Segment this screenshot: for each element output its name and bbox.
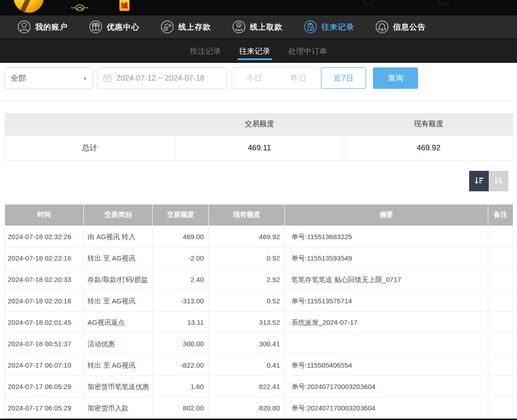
transaction-type-select[interactable]: 全部 ▼	[5, 67, 93, 89]
col-header-amount: 交易额度	[153, 205, 209, 226]
cell-summary	[285, 333, 488, 354]
search-button-label: 查询	[388, 73, 403, 83]
cell-note	[488, 312, 513, 333]
sort-descending-button[interactable]	[469, 171, 489, 191]
cell-summary: 单号:202407170003203604	[285, 397, 488, 419]
cell-note	[488, 354, 513, 376]
date-range-value: 2024-07-12 ~ 2024-07-18	[116, 74, 204, 83]
cell-time: 2024-07-18 00:51:37	[5, 333, 84, 354]
header-partial-icon[interactable]	[439, 0, 449, 5]
table-row: 2024-07-18 02:01:45 AG视讯返点 13.11 313.52 …	[5, 312, 513, 333]
nav-label: 线上存款	[178, 22, 211, 32]
sort-ascending-icon	[493, 175, 504, 186]
summary-header-transaction-amount: 交易额度	[175, 113, 344, 135]
header-partial-icon[interactable]	[363, 0, 373, 5]
quick-filter-yesterday[interactable]: 昨日	[276, 67, 321, 89]
cell-amount: 2.40	[153, 269, 209, 290]
tab-label: 投注记录	[190, 46, 221, 56]
table-row: 2024-07-18 02:22:16 转出 至 AG视讯 -2.00 0.92…	[5, 247, 513, 269]
date-range-input[interactable]: 2024-07-12 ~ 2024-07-18	[97, 67, 227, 89]
cell-amount: 802.00	[153, 397, 209, 419]
logo-flourish-ornament	[43, 2, 116, 13]
cell-summary: 单号:115513575714	[285, 290, 488, 312]
nav-label: 线上取款	[250, 22, 283, 32]
cell-amount: -2.00	[153, 247, 209, 269]
cell-time: 2024-07-18 02:32:26	[5, 226, 84, 247]
cell-time: 2024-07-18 02:22:16	[5, 247, 84, 269]
cell-balance: 822.41	[209, 376, 285, 397]
cell-summary: 系统派发_2024-07-17	[285, 312, 488, 333]
search-button[interactable]: 查询	[373, 67, 418, 89]
quick-filter-today[interactable]: 今日	[232, 67, 277, 89]
cell-balance: 469.92	[209, 226, 285, 247]
sub-tab-bar: 投注记录 往来记录 处理中订单	[0, 39, 517, 63]
cell-time: 2024-07-18 02:20:16	[5, 290, 84, 312]
cell-type: 活动优惠	[84, 333, 153, 354]
col-header-balance: 现有额度	[209, 205, 285, 226]
sort-descending-icon	[474, 175, 485, 186]
quick-filter-last7days[interactable]: 近7日	[321, 67, 366, 89]
main-nav: 我的账户 优惠中心 线上存款 $ 线上取款	[0, 15, 517, 39]
cell-balance: 820.80	[209, 397, 285, 419]
summary-header-current-balance: 现有额度	[344, 113, 513, 135]
nav-label: 我的账户	[35, 22, 68, 32]
cell-type: 加密货币入款	[84, 397, 153, 419]
col-header-time: 时间	[5, 205, 84, 226]
filter-bar: 全部 ▼ 2024-07-12 ~ 2024-07-18 今日 昨日 近7日 查…	[0, 63, 517, 101]
calendar-icon	[103, 74, 112, 82]
cell-amount: 300.00	[153, 333, 209, 354]
cell-note	[488, 247, 513, 269]
nav-item-online-withdrawal[interactable]: $ 线上取款	[232, 20, 283, 34]
bell-icon	[375, 20, 389, 34]
nav-label: 信息公告	[393, 22, 426, 32]
cell-type: 由 AG视讯 转入	[84, 226, 153, 247]
top-logo-bar: 城	[0, 0, 517, 15]
cell-time: 2024-07-17 06:07:10	[5, 354, 84, 376]
tab-processing-orders[interactable]: 处理中订单	[289, 39, 327, 63]
records-icon	[304, 20, 317, 34]
cell-summary: 单号:115513683225	[285, 226, 488, 247]
summary-table: 交易额度 现有额度 总计 469.11 469.92	[4, 113, 513, 161]
cell-time: 2024-07-18 02:20:33	[5, 269, 84, 290]
tab-transaction-records[interactable]: 往来记录	[239, 39, 270, 63]
cell-amount: 469.00	[153, 226, 209, 247]
cell-note	[488, 333, 513, 354]
cell-balance: 313.52	[209, 312, 285, 333]
table-header-row: 时间 交易类别 交易额度 现有额度 摘要 备注	[5, 205, 513, 226]
cell-note	[488, 397, 513, 419]
active-tab-underline	[238, 58, 272, 60]
cell-type: 转出 至 AG视讯	[84, 247, 153, 269]
nav-item-announcements[interactable]: 信息公告	[375, 20, 426, 34]
sort-controls	[0, 171, 517, 191]
cell-summary: 单号:115513593549	[285, 247, 488, 269]
cell-note	[488, 290, 513, 312]
transactions-table: 时间 交易类别 交易额度 现有额度 摘要 备注 2024-07-18 02:32…	[5, 205, 513, 419]
cell-time: 2024-07-17 06:05:29	[5, 397, 84, 419]
table-row: 2024-07-17 06:05:29 加密货币笔笔送优惠 1.60 822.4…	[5, 376, 513, 397]
nav-item-online-deposit[interactable]: 线上存款	[160, 20, 211, 34]
table-row: 2024-07-18 02:20:33 存款/取款/打码/损益 2.40 2.9…	[5, 269, 513, 290]
table-row: 2024-07-18 02:20:16 转出 至 AG视讯 -313.00 0.…	[5, 290, 513, 312]
cell-balance: 0.92	[209, 247, 285, 269]
select-value: 全部	[10, 73, 26, 83]
cell-type: 存款/取款/打码/损益	[84, 269, 153, 290]
summary-total-label: 总计	[5, 135, 175, 160]
nav-item-my-account[interactable]: 我的账户	[17, 20, 68, 34]
nav-item-transaction-records[interactable]: 往来记录	[304, 20, 354, 34]
deposit-icon	[160, 20, 174, 34]
nav-label: 往来记录	[321, 22, 354, 32]
cell-note	[488, 269, 513, 290]
cell-type: AG视讯返点	[84, 312, 153, 333]
cell-summary: 单号:115505406554	[285, 354, 488, 376]
tab-label: 往来记录	[239, 46, 270, 56]
sort-ascending-button[interactable]	[489, 171, 508, 191]
cell-amount: -822.00	[153, 354, 209, 376]
summary-balance-total: 469.92	[344, 135, 513, 160]
logo-gold-ball[interactable]	[14, 0, 44, 13]
cell-balance: 2.92	[209, 269, 285, 290]
nav-item-promotions[interactable]: 优惠中心	[89, 20, 140, 34]
cell-balance: 300.41	[209, 333, 285, 354]
tab-betting-records[interactable]: 投注记录	[190, 39, 221, 63]
cell-amount: 13.11	[153, 312, 209, 333]
cell-summary: 单号:202407170003203604	[285, 376, 488, 397]
